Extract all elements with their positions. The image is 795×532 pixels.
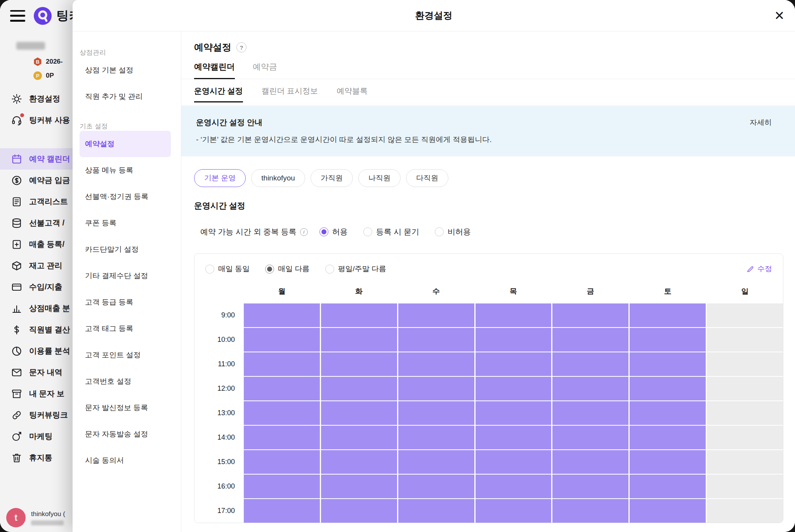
schedule-cell[interactable] bbox=[398, 450, 474, 474]
sidebar-item-customer-list[interactable]: 고객리스트 bbox=[0, 191, 73, 212]
sidebar-item-sales-register[interactable]: 매출 등록/ bbox=[0, 234, 73, 255]
schedule-cell[interactable] bbox=[398, 475, 474, 498]
schedule-cell[interactable] bbox=[321, 401, 397, 425]
sidebar-item-staff-settlement[interactable]: 직원별 결산 bbox=[0, 319, 73, 340]
sidebar-item-sms-box[interactable]: 내 문자 보 bbox=[0, 383, 73, 404]
schedule-cell[interactable] bbox=[476, 426, 552, 449]
settings-nav-item[interactable]: 예약설정 bbox=[80, 131, 171, 157]
radio-circle[interactable] bbox=[265, 265, 274, 274]
subtab[interactable]: 예약블록 bbox=[337, 79, 368, 102]
schedule-cell[interactable] bbox=[707, 352, 783, 376]
schedule-cell[interactable] bbox=[552, 450, 628, 474]
schedule-cell[interactable] bbox=[552, 401, 628, 425]
close-icon[interactable]: × bbox=[774, 7, 784, 24]
schedule-cell[interactable] bbox=[321, 426, 397, 449]
settings-nav-item[interactable]: 고객번호 설정 bbox=[80, 368, 171, 395]
edit-button[interactable]: 수정 bbox=[746, 264, 772, 274]
schedule-cell[interactable] bbox=[630, 352, 706, 376]
subtab[interactable]: 운영시간 설정 bbox=[194, 79, 243, 102]
sidebar-item-link[interactable]: 팅커뷰링크 bbox=[0, 404, 73, 426]
schedule-cell[interactable] bbox=[707, 401, 783, 425]
sidebar-item-reservation-calendar[interactable]: 예약 캘린더 bbox=[0, 148, 73, 170]
schedule-cell[interactable] bbox=[552, 499, 628, 523]
settings-nav-item[interactable]: 문자 발신정보 등록 bbox=[80, 395, 171, 421]
sidebar-item-income-expense[interactable]: 수입/지출 bbox=[0, 276, 73, 298]
schedule-cell[interactable] bbox=[398, 352, 474, 376]
menu-icon[interactable] bbox=[10, 10, 25, 22]
schedule-cell[interactable] bbox=[707, 426, 783, 449]
schedule-cell[interactable] bbox=[707, 328, 783, 352]
settings-nav-item[interactable]: 문자 자동발송 설정 bbox=[80, 421, 171, 447]
schedule-cell[interactable] bbox=[707, 450, 783, 474]
schedule-cell[interactable] bbox=[630, 426, 706, 449]
user-profile[interactable]: t thinkofyou ( bbox=[0, 508, 65, 527]
schedule-cell[interactable] bbox=[707, 475, 783, 498]
schedule-cell[interactable] bbox=[630, 499, 706, 523]
sidebar-item-support[interactable]: 팅커뷰 사용 bbox=[0, 109, 73, 131]
settings-nav-item[interactable]: 카드단말기 설정 bbox=[80, 236, 171, 263]
schedule-cell[interactable] bbox=[398, 401, 474, 425]
schedule-cell[interactable] bbox=[552, 426, 628, 449]
radio-circle[interactable] bbox=[205, 265, 214, 274]
schedule-cell[interactable] bbox=[707, 377, 783, 400]
settings-nav-item[interactable]: 고객 등급 등록 bbox=[80, 289, 171, 315]
schedule-cell[interactable] bbox=[476, 328, 552, 352]
schedule-cell[interactable] bbox=[321, 377, 397, 400]
schedule-cell[interactable] bbox=[321, 499, 397, 523]
staff-chip[interactable]: thinkofyou bbox=[251, 169, 305, 187]
schedule-cell[interactable] bbox=[321, 303, 397, 327]
schedule-cell[interactable] bbox=[630, 401, 706, 425]
schedule-cell[interactable] bbox=[552, 328, 628, 352]
shop-name-row[interactable] bbox=[0, 37, 73, 55]
schedule-cell[interactable] bbox=[321, 475, 397, 498]
settings-nav-item[interactable]: 시술 동의서 bbox=[80, 447, 171, 474]
radio-option[interactable]: 허용 bbox=[319, 227, 348, 237]
schedule-cell[interactable] bbox=[476, 303, 552, 327]
schedule-cell[interactable] bbox=[476, 352, 552, 376]
schedule-cell[interactable] bbox=[552, 352, 628, 376]
notice-more-link[interactable]: 자세히 bbox=[750, 118, 772, 128]
sidebar-item-usage-analysis[interactable]: 이용률 분석 bbox=[0, 340, 73, 362]
tab[interactable]: 예약금 bbox=[253, 61, 277, 79]
settings-nav-item[interactable]: 상점 기본 설정 bbox=[80, 57, 171, 83]
radio-option[interactable]: 등록 시 묻기 bbox=[363, 227, 419, 237]
sidebar-item-marketing[interactable]: 마케팅 bbox=[0, 426, 73, 447]
schedule-cell[interactable] bbox=[552, 377, 628, 400]
schedule-cell[interactable] bbox=[244, 328, 320, 352]
schedule-cell[interactable] bbox=[244, 450, 320, 474]
settings-nav-item[interactable]: 선불액·정기권 등록 bbox=[80, 184, 171, 210]
staff-chip[interactable]: 나직원 bbox=[358, 169, 401, 187]
radio-circle[interactable] bbox=[325, 265, 334, 274]
schedule-cell[interactable] bbox=[244, 475, 320, 498]
tab[interactable]: 예약캘린더 bbox=[194, 61, 235, 79]
schedule-cell[interactable] bbox=[707, 303, 783, 327]
radio-circle[interactable] bbox=[363, 227, 372, 236]
schedule-cell[interactable] bbox=[244, 352, 320, 376]
schedule-cell[interactable] bbox=[630, 328, 706, 352]
help-icon[interactable]: ? bbox=[236, 42, 246, 52]
radio-circle[interactable] bbox=[435, 227, 444, 236]
settings-nav-item[interactable]: 고객 포인트 설정 bbox=[80, 342, 171, 368]
settings-nav-item[interactable]: 기타 결제수단 설정 bbox=[80, 263, 171, 289]
schedule-cell[interactable] bbox=[244, 303, 320, 327]
staff-chip[interactable]: 다직원 bbox=[406, 169, 448, 187]
staff-chip[interactable]: 가직원 bbox=[311, 169, 353, 187]
sidebar-item-prepaid-customers[interactable]: 선불고객 / bbox=[0, 212, 73, 234]
schedule-cell[interactable] bbox=[321, 352, 397, 376]
schedule-cell[interactable] bbox=[244, 401, 320, 425]
schedule-cell[interactable] bbox=[398, 328, 474, 352]
schedule-cell[interactable] bbox=[476, 401, 552, 425]
schedule-cell[interactable] bbox=[476, 450, 552, 474]
schedule-cell[interactable] bbox=[398, 377, 474, 400]
settings-nav-item[interactable]: 고객 태그 등록 bbox=[80, 315, 171, 342]
schedule-cell[interactable] bbox=[244, 499, 320, 523]
radio-option[interactable]: 비허용 bbox=[435, 227, 471, 237]
settings-nav-item[interactable]: 상품 메뉴 등록 bbox=[80, 157, 171, 184]
schedule-cell[interactable] bbox=[321, 450, 397, 474]
schedule-cell[interactable] bbox=[476, 499, 552, 523]
schedule-cell[interactable] bbox=[630, 303, 706, 327]
sidebar-item-sms-history[interactable]: 문자 내역 bbox=[0, 362, 73, 383]
radio-option[interactable]: 매일 다름 bbox=[265, 264, 309, 274]
sidebar-item-settings[interactable]: 환경설정 bbox=[0, 88, 73, 109]
schedule-cell[interactable] bbox=[476, 377, 552, 400]
